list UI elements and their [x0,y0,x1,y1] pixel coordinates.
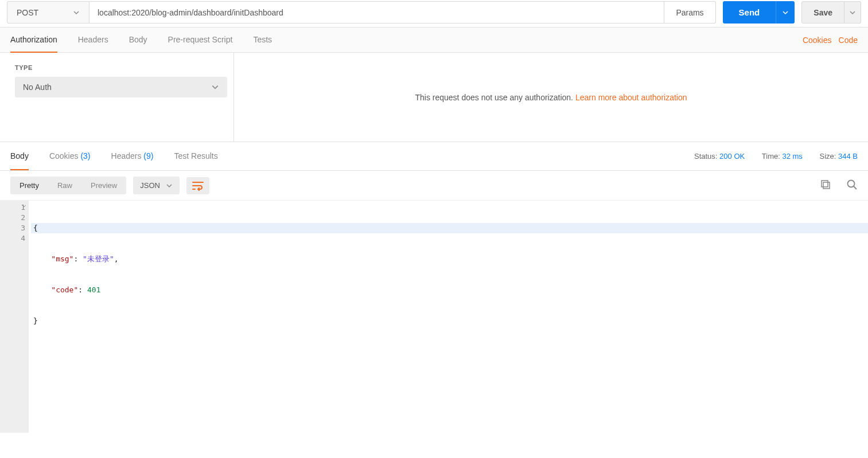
chevron-down-icon [73,9,80,16]
send-button[interactable]: Send [723,1,776,24]
svg-point-2 [848,181,855,187]
auth-message: This request does not use any authorizat… [415,93,573,102]
resp-cookies-count: (3) [80,151,90,161]
send-group: Send [723,1,795,24]
auth-type-value: No Auth [23,83,52,92]
size-label: Size: [819,152,836,161]
send-dropdown[interactable] [776,1,795,24]
code-line: "msg": "未登录", [31,254,868,264]
size-wrap: Size: 344 B [819,152,858,161]
response-tabs: Body Cookies (3) Headers (9) Test Result… [0,142,868,171]
url-input[interactable] [89,1,664,24]
chevron-down-icon [849,9,856,16]
resp-tab-headers[interactable]: Headers (9) [111,143,154,170]
resp-headers-label: Headers [111,151,142,161]
time-value: 32 ms [782,152,802,161]
code-line: { [31,223,868,233]
copy-icon [820,179,831,190]
view-mode-segment: Pretty Raw Preview [10,177,126,194]
auth-left: TYPE No Auth [0,53,234,142]
view-preview[interactable]: Preview [81,177,126,194]
resp-tab-cookies[interactable]: Cookies (3) [49,143,91,170]
format-select[interactable]: JSON [133,177,180,194]
method-select[interactable]: POST [7,1,89,24]
auth-right: This request does not use any authorizat… [234,53,868,142]
chevron-down-icon [211,83,219,91]
save-group: Save [801,1,861,24]
fold-caret-icon[interactable] [22,204,26,209]
chevron-down-icon [166,182,173,189]
auth-panel: TYPE No Auth This request does not use a… [0,53,868,142]
line-number: 2 [0,213,25,223]
resp-cookies-label: Cookies [49,151,79,161]
tab-body[interactable]: Body [129,28,147,53]
save-button[interactable]: Save [801,1,844,24]
tab-authorization[interactable]: Authorization [10,28,57,53]
search-button[interactable] [846,179,858,192]
search-icon [846,179,858,190]
time-wrap: Time: 32 ms [762,152,805,161]
resp-headers-count: (9) [143,151,153,161]
status-wrap: Status: 200 OK [694,152,747,161]
copy-button[interactable] [820,179,831,192]
code: { "msg": "未登录", "code": 401 } [29,201,868,433]
svg-rect-0 [823,182,830,189]
auth-type-select[interactable]: No Auth [15,77,227,97]
size-value: 344 B [838,152,858,161]
wrap-icon [192,181,204,191]
auth-type-label: TYPE [15,64,219,71]
code-link[interactable]: Code [839,36,858,45]
wrap-button[interactable] [186,177,209,194]
code-line: } [31,316,868,326]
format-value: JSON [140,181,160,190]
svg-line-3 [854,186,857,189]
time-label: Time: [762,152,780,161]
params-button[interactable]: Params [664,1,715,24]
line-number: 1 [0,202,25,213]
response-meta: Status: 200 OK Time: 32 ms Size: 344 B [679,152,858,161]
gutter: 1 2 3 4 [0,201,29,433]
tab-tests[interactable]: Tests [253,28,272,53]
tab-prescript[interactable]: Pre-request Script [168,28,233,53]
request-bar: POST Params Send Save [0,0,868,28]
viewer-toolbar: Pretty Raw Preview JSON [0,171,868,200]
line-number: 4 [0,233,25,244]
request-tabs: Authorization Headers Body Pre-request S… [0,28,868,53]
resp-tab-tests[interactable]: Test Results [174,143,217,170]
code-line: "code": 401 [31,285,868,295]
tab-headers[interactable]: Headers [78,28,108,53]
auth-learn-more-link[interactable]: Learn more about authorization [575,93,687,102]
status-label: Status: [694,152,717,161]
view-pretty[interactable]: Pretty [10,177,48,194]
resp-tab-body[interactable]: Body [10,143,29,170]
cookies-link[interactable]: Cookies [803,36,832,45]
method-value: POST [17,8,38,17]
status-value: 200 OK [719,152,745,161]
save-dropdown[interactable] [844,1,861,24]
chevron-down-icon [782,9,789,16]
line-number: 3 [0,223,25,233]
svg-rect-1 [822,181,828,187]
view-raw[interactable]: Raw [48,177,81,194]
response-body-viewer[interactable]: 1 2 3 4 { "msg": "未登录", "code": 401 } [0,200,868,433]
